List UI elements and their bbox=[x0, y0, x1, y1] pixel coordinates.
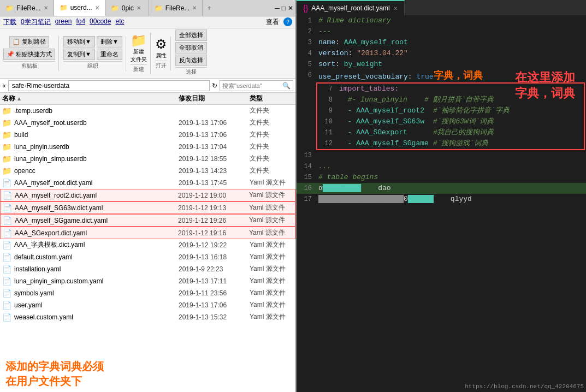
copy-path-btn[interactable]: 📋 复制路径 bbox=[9, 36, 49, 47]
minimize-icon[interactable]: ─ bbox=[275, 4, 280, 12]
code-line-11: 11 - AAA_SGexport #我自己的搜狗词典 bbox=[317, 127, 584, 138]
editor-close-icon[interactable]: ✕ bbox=[393, 5, 398, 11]
quick-link-notes[interactable]: 0学习笔记 bbox=[21, 17, 51, 27]
file-row[interactable]: 📁 luna_pinyin_simp.userdb 2019-1-12 18:5… bbox=[0, 153, 295, 165]
file-type: Yaml 源文件 bbox=[250, 252, 293, 262]
search-icon[interactable]: 🔍 bbox=[282, 82, 291, 90]
file-row[interactable]: 📄 AAA_myself_SG63w.dict.yaml 2019-1-12 1… bbox=[0, 201, 295, 214]
file-icon: 📄 bbox=[2, 277, 12, 286]
editor-tab-label: AAA_myself_root.dict.yaml bbox=[311, 4, 389, 12]
refresh-icon[interactable]: ↻ bbox=[212, 82, 217, 90]
code-line-10: 10 - AAA_myself_SG63w #`搜狗63W词`词典 bbox=[317, 116, 584, 127]
quick-link-xiazai[interactable]: 下载 bbox=[3, 17, 16, 27]
col-date-header[interactable]: 修改日期 bbox=[179, 94, 250, 103]
editor-wrapper: 1 # Rime dictionary 2 --- 3 name: AAA_my… bbox=[297, 15, 586, 392]
maximize-icon[interactable]: □ bbox=[282, 4, 286, 12]
code-line-8: 8 #- luna_pinyin # 朙月拼音`自带字典 bbox=[317, 94, 584, 105]
back-icon[interactable]: « bbox=[2, 82, 6, 90]
file-row[interactable]: 📁 AAA_myself_root.userdb 2019-1-13 17:06… bbox=[0, 117, 295, 129]
file-name: AAA_myself_root.dict.yaml bbox=[14, 179, 179, 187]
tab-userdata[interactable]: 📁 userd... ✕ bbox=[54, 0, 105, 16]
copy-to-btn[interactable]: 复制到▼ bbox=[63, 49, 95, 60]
tab-icon: 📁 bbox=[60, 4, 68, 11]
close-icon[interactable]: ✕ bbox=[137, 5, 141, 11]
file-date: 2019-1-12 19:16 bbox=[178, 229, 249, 237]
import-region-box: 7 import_tables: 8 #- luna_pinyin # 朙月拼音… bbox=[316, 82, 585, 150]
file-date: 2019-1-9 22:23 bbox=[179, 265, 250, 273]
file-type: 文件夹 bbox=[250, 118, 293, 127]
editor-tab-yaml[interactable]: {} AAA_myself_root.dict.yaml ✕ bbox=[297, 0, 405, 15]
file-icon: 📄 bbox=[2, 289, 12, 298]
select-label: 选择 bbox=[175, 67, 207, 76]
file-row[interactable]: 📁 opencc 2019-1-13 14:23 文件夹 bbox=[0, 165, 295, 177]
code-line-17: 17 ▓▓▓▓▓▓▓▓▓▓▓▓▓▓▓▓▓▓▓▓0▓▓▓▓▓▓ qlyyd bbox=[297, 194, 586, 205]
file-row[interactable]: 📄 installation.yaml 2019-1-9 22:23 Yaml … bbox=[0, 263, 295, 275]
file-name: AAA_myself_root2.dict.yaml bbox=[15, 192, 178, 199]
file-date: 2019-1-13 17:45 bbox=[179, 179, 250, 187]
close-window-icon[interactable]: ✕ bbox=[288, 4, 293, 12]
file-row[interactable]: 📄 AAA_myself_root2.dict.yaml 2019-1-12 1… bbox=[0, 189, 295, 201]
code-area[interactable]: 1 # Rime dictionary 2 --- 3 name: AAA_my… bbox=[297, 15, 586, 392]
file-type: 文件夹 bbox=[250, 166, 293, 175]
file-icon: 📄 bbox=[2, 301, 12, 310]
file-date: 2019-1-12 19:13 bbox=[178, 204, 249, 212]
invert-btn[interactable]: 反向选择 bbox=[175, 55, 207, 66]
breadcrumb-bar: « safe › Rime › userdata ↻ 🔍 bbox=[0, 79, 295, 93]
code-line-9: 9 - AAA_myself_root2 #`袖珍简化字拼音`字典 bbox=[317, 105, 584, 116]
tab-icon: 📁 bbox=[5, 4, 14, 12]
properties-btn[interactable]: ⚙ 属性 bbox=[155, 37, 167, 60]
search-input[interactable] bbox=[222, 82, 282, 89]
new-folder-btn[interactable]: 📁 新建文件夹 bbox=[131, 33, 147, 63]
file-row[interactable]: 📄 AAA_SGexport.dict.yaml 2019-1-12 19:16… bbox=[0, 227, 295, 239]
file-row[interactable]: 📄 default.custom.yaml 2019-1-13 16:18 Ya… bbox=[0, 251, 295, 263]
close-icon[interactable]: ✕ bbox=[95, 5, 99, 11]
quick-link-etc[interactable]: etc bbox=[115, 17, 124, 27]
code-line-5: 5 sort: by_weight bbox=[297, 59, 586, 70]
open-label: 打开 bbox=[155, 61, 167, 69]
quick-link-fo4[interactable]: fo4 bbox=[76, 17, 85, 27]
help-icon[interactable]: ? bbox=[283, 17, 292, 26]
tab-icon: 📁 bbox=[111, 4, 119, 12]
file-name: AAA_SGexport.dict.yaml bbox=[15, 229, 178, 237]
close-icon[interactable]: ✕ bbox=[192, 5, 197, 11]
col-name-header[interactable]: 名称 ▲ bbox=[2, 94, 179, 103]
file-icon: 📄 bbox=[3, 229, 13, 237]
file-name: luna_pinyin_simp.custom.yaml bbox=[14, 277, 179, 285]
file-row[interactable]: 📄 user.yaml 2019-1-13 17:06 Yaml 源文件 bbox=[0, 299, 295, 311]
tab-filere1[interactable]: 📁 FileRe... ✕ bbox=[0, 0, 54, 16]
file-row[interactable]: 📁 .temp.userdb 文件夹 bbox=[0, 105, 295, 117]
file-row[interactable]: 📁 build 2019-1-13 17:06 文件夹 bbox=[0, 129, 295, 141]
paste-shortcut-btn[interactable]: 📌 粘贴快捷方式 bbox=[3, 49, 55, 60]
file-row[interactable]: 📄 symbols.yaml 2019-1-11 23:56 Yaml 源文件 bbox=[0, 287, 295, 299]
file-name: installation.yaml bbox=[14, 265, 179, 273]
select-all-btn[interactable]: 全部选择 bbox=[175, 29, 207, 41]
file-date: 2019-1-12 19:00 bbox=[178, 192, 249, 199]
file-icon: 📁 bbox=[2, 155, 12, 163]
rename-btn[interactable]: 重命名 bbox=[97, 49, 122, 60]
tab-0pic[interactable]: 📁 0pic ✕ bbox=[105, 0, 149, 16]
file-row[interactable]: 📄 AAA_字典模板.dict.yaml 2019-1-12 19:22 Yam… bbox=[0, 239, 295, 251]
toolbar: 📋 复制路径 📌 粘贴快捷方式 剪贴板 移动到▼ 复制到▼ bbox=[0, 28, 295, 79]
quick-link-green[interactable]: green bbox=[55, 17, 72, 27]
tab-icon: 📁 bbox=[155, 4, 163, 12]
deselect-all-btn[interactable]: 全部取消 bbox=[175, 42, 207, 54]
file-date: 2019-1-13 17:06 bbox=[179, 119, 250, 127]
move-to-btn[interactable]: 移动到▼ bbox=[63, 36, 95, 47]
file-row[interactable]: 📄 weasel.custom.yaml 2019-1-13 15:32 Yam… bbox=[0, 311, 295, 323]
quick-link-00code[interactable]: 00code bbox=[90, 17, 111, 27]
tab-add-button[interactable]: + bbox=[203, 0, 215, 16]
delete-btn[interactable]: 删除▼ bbox=[97, 36, 122, 47]
file-type: 文件夹 bbox=[250, 130, 293, 139]
file-row[interactable]: 📄 AAA_myself_SGgame.dict.yaml 2019-1-12 … bbox=[0, 214, 295, 227]
tab-label: userd... bbox=[70, 4, 92, 11]
file-date: 2019-1-13 17:11 bbox=[179, 277, 250, 285]
tab-filere2[interactable]: 📁 FileRe... ✕ bbox=[149, 0, 203, 16]
breadcrumb-path[interactable]: safe › Rime › userdata bbox=[8, 80, 210, 91]
close-icon[interactable]: ✕ bbox=[44, 5, 48, 11]
col-type-header[interactable]: 类型 bbox=[250, 94, 293, 103]
bottom-annotation: 添加的字典词典必须在用户文件夹下 bbox=[0, 356, 295, 392]
file-type: 文件夹 bbox=[250, 106, 293, 115]
file-row[interactable]: 📁 luna_pinyin.userdb 2019-1-13 17:04 文件夹 bbox=[0, 141, 295, 153]
file-row[interactable]: 📄 AAA_myself_root.dict.yaml 2019-1-13 17… bbox=[0, 177, 295, 189]
file-row[interactable]: 📄 luna_pinyin_simp.custom.yaml 2019-1-13… bbox=[0, 275, 295, 287]
